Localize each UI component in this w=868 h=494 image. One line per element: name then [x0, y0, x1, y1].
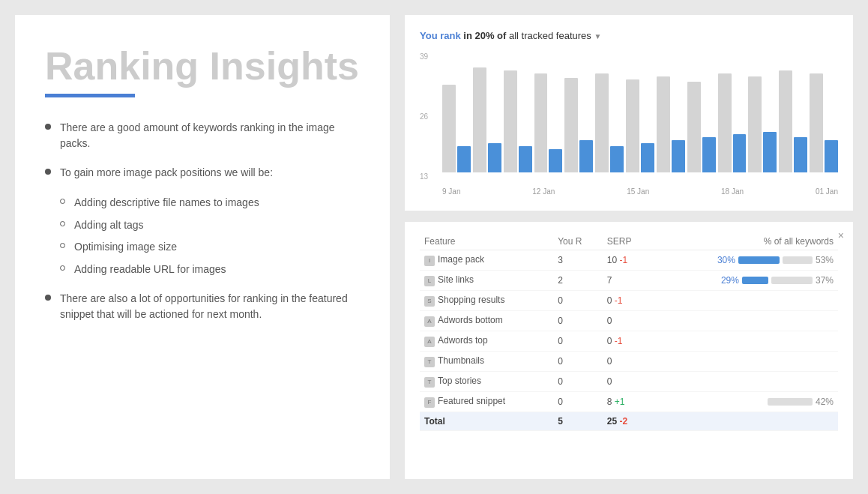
bar-group: [442, 85, 471, 172]
bar-group: [504, 70, 532, 172]
bar-group: [779, 70, 807, 172]
bullet-list: There are a good amount of keywords rank…: [45, 120, 360, 322]
sub-item-text: Adding alt tags: [74, 218, 144, 233]
sub-item-text: Optimising image size: [74, 240, 177, 255]
mini-bar-container: 30%53%: [657, 255, 834, 265]
left-panel: Ranking Insights There are a good amount…: [15, 15, 390, 479]
total-you: 5: [553, 412, 603, 431]
mini-gray-bar: [771, 277, 813, 284]
table-row: AAdwords top00 -1: [420, 331, 838, 352]
feature-icon: A: [424, 337, 435, 347]
right-panel: You rank in 20% of all tracked features …: [405, 15, 853, 479]
list-item: To gain more image pack positions we wil…: [45, 165, 360, 277]
list-item: Optimising image size: [60, 240, 259, 255]
data-table: Feature You R SERP % of all keywords IIm…: [420, 233, 838, 431]
feature-name: Adwords bottom: [438, 315, 503, 325]
blue-bar: [733, 134, 747, 172]
td-you: 0: [553, 291, 603, 311]
list-item: There are also a lot of opportunities fo…: [45, 291, 360, 322]
td-pct: [652, 291, 838, 311]
feature-name: Thumbnails: [438, 355, 484, 366]
td-you: 0: [553, 331, 603, 352]
feature-icon: I: [424, 256, 435, 266]
mini-gray-bar: [768, 398, 813, 406]
gray-bar: [657, 76, 670, 172]
sub-bullet-list: Adding descriptive file names to images …: [45, 196, 259, 277]
y-label: 26: [420, 112, 428, 121]
td-serp: 0: [603, 311, 652, 331]
td-feature: AAdwords bottom: [420, 311, 553, 331]
serp-delta: -1: [619, 255, 627, 265]
blue-bar: [579, 140, 593, 172]
gray-bar: [626, 79, 639, 172]
pct-text: 29%: [721, 275, 739, 286]
td-feature: FFeatured snippet: [420, 392, 553, 412]
sub-item-text: Adding descriptive file names to images: [74, 196, 259, 211]
total-serp: 25 -2: [603, 412, 652, 431]
chart-title-end: all tracked features: [509, 30, 591, 41]
mini-bar-container: 29%37%: [657, 275, 834, 286]
list-item: Adding alt tags: [60, 218, 259, 233]
feature-icon: T: [424, 377, 435, 388]
y-label: 39: [420, 52, 428, 61]
blue-bar: [610, 146, 624, 172]
sub-item-text: Adding readable URL for images: [74, 262, 226, 277]
feature-icon: F: [424, 397, 435, 408]
sub-dot: [60, 221, 65, 226]
pct-text: 30%: [717, 255, 735, 265]
td-you: 0: [553, 352, 603, 372]
bar-group: [810, 73, 838, 172]
close-button[interactable]: ×: [838, 229, 844, 241]
pct-end: 37%: [816, 275, 834, 286]
td-pct: [652, 311, 838, 331]
blue-bar: [549, 149, 562, 172]
bullet-dot: [45, 124, 51, 130]
x-label: 01 Jan: [816, 187, 838, 196]
gray-bar: [442, 85, 456, 172]
td-feature: AAdwords top: [420, 331, 553, 352]
gray-bar: [748, 76, 762, 172]
x-label: 9 Jan: [442, 187, 460, 196]
td-serp: 0: [603, 352, 652, 372]
gray-bar: [779, 70, 792, 172]
table-row: TTop stories00: [420, 372, 838, 392]
x-label: 12 Jan: [532, 187, 555, 196]
td-serp: 10 -1: [603, 250, 652, 271]
td-feature: IImage pack: [420, 250, 553, 271]
dropdown-arrow-icon[interactable]: ▼: [594, 32, 601, 40]
y-label: 13: [420, 172, 428, 181]
total-label: Total: [420, 412, 553, 431]
feature-icon: L: [424, 276, 435, 286]
td-feature: SShopping results: [420, 291, 553, 311]
gray-bar: [595, 73, 609, 172]
td-pct: 29%37%: [652, 271, 838, 291]
gray-bar: [504, 70, 517, 172]
total-serp-delta: -2: [619, 416, 627, 427]
mini-blue-bar: [738, 256, 780, 264]
td-you: 0: [553, 392, 603, 412]
serp-delta: -1: [615, 336, 623, 346]
col-serp: SERP: [603, 233, 652, 250]
bar-group: [534, 73, 563, 172]
bar-group: [718, 73, 747, 172]
table-row: IImage pack310 -130%53%: [420, 250, 838, 271]
td-you: 3: [553, 250, 603, 271]
table-card: × Feature You R SERP % of all keywords I…: [405, 222, 853, 479]
table-row: TThumbnails00: [420, 352, 838, 372]
x-label: 18 Jan: [721, 187, 744, 196]
sub-dot: [60, 243, 65, 248]
bar-group: [473, 67, 501, 172]
list-item: Adding descriptive file names to images: [60, 196, 259, 211]
col-feature: Feature: [420, 233, 553, 250]
td-feature: TThumbnails: [420, 352, 553, 372]
gray-bar: [810, 73, 823, 172]
col-pct: % of all keywords: [652, 233, 838, 250]
table-row: LSite links2729%37%: [420, 271, 838, 291]
feature-name: Featured snippet: [438, 396, 505, 406]
feature-name: Shopping results: [438, 295, 504, 305]
list-item: Adding readable URL for images: [60, 262, 259, 277]
blue-bar: [641, 143, 654, 172]
td-pct: 30%53%: [652, 250, 838, 271]
td-serp: 0 -1: [603, 291, 652, 311]
col-you: You R: [553, 233, 603, 250]
